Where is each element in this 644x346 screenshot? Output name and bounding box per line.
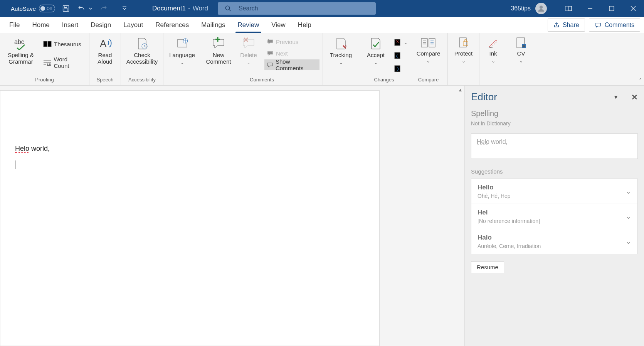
read-aloud-icon: A xyxy=(98,37,113,50)
tab-view[interactable]: View xyxy=(265,17,292,33)
compare-button[interactable]: Compare xyxy=(414,35,443,65)
check-accessibility-button[interactable]: CheckAccessibility xyxy=(124,35,160,67)
scroll-up-icon[interactable]: ▲ xyxy=(458,87,463,346)
show-comments-button[interactable]: Show Comments xyxy=(264,59,319,70)
editor-pane-close-icon[interactable]: ✕ xyxy=(631,93,638,102)
group-label-changes: Changes xyxy=(359,77,409,85)
language-button[interactable]: Language xyxy=(167,35,197,67)
autosave-switch[interactable]: Off xyxy=(39,5,55,12)
tab-mailings[interactable]: Mailings xyxy=(195,17,231,33)
document-page[interactable]: Helo world, xyxy=(0,90,380,346)
svg-rect-20 xyxy=(429,39,435,47)
search-box[interactable]: Search xyxy=(218,2,376,15)
compare-icon xyxy=(420,37,436,49)
tab-home[interactable]: Home xyxy=(26,17,55,33)
resume-button[interactable]: Resume xyxy=(471,261,504,273)
svg-point-4 xyxy=(540,6,543,9)
svg-rect-10 xyxy=(48,41,51,47)
next-icon xyxy=(267,51,274,56)
ink-icon xyxy=(488,37,499,49)
delete-comment-icon xyxy=(241,37,256,50)
previous-comment-button: Previous xyxy=(264,36,319,47)
qat-customize-icon[interactable] xyxy=(120,4,129,13)
group-label-comments: Comments xyxy=(201,77,323,85)
next-comment-button: Next xyxy=(264,48,319,59)
share-button[interactable]: Share xyxy=(548,19,585,32)
editor-pane-options-icon[interactable]: ▾ xyxy=(614,93,617,101)
language-icon xyxy=(175,37,189,50)
cv-button[interactable]: in CV xyxy=(508,35,535,65)
editor-pane-title: Editor xyxy=(471,91,497,103)
accept-button[interactable]: Accept xyxy=(362,35,389,67)
tab-file[interactable]: File xyxy=(0,17,26,33)
autosave-toggle[interactable]: AutoSave Off xyxy=(11,5,55,12)
thesaurus-icon xyxy=(43,41,52,47)
tracking-button[interactable]: Tracking xyxy=(328,35,355,67)
chevron-down-icon[interactable]: ⌄ xyxy=(626,212,631,221)
svg-rect-19 xyxy=(421,39,427,47)
account-avatar-icon[interactable] xyxy=(535,3,547,14)
next-change-button[interactable] xyxy=(392,63,410,74)
next-change-icon xyxy=(394,65,402,73)
group-label-compare: Compare xyxy=(409,77,447,85)
svg-rect-22 xyxy=(463,42,468,46)
delete-comment-button: Delete xyxy=(235,35,262,67)
search-placeholder: Search xyxy=(239,5,258,12)
suggestion-item[interactable]: Hel [No reference information] ⌄ xyxy=(471,204,638,229)
chevron-down-icon[interactable]: ⌄ xyxy=(626,237,631,246)
svg-point-3 xyxy=(225,6,230,10)
spelling-icon: abc xyxy=(13,37,29,50)
thesaurus-button[interactable]: Thesaurus xyxy=(41,39,86,49)
word-count-button[interactable]: 123 Word Count xyxy=(41,57,86,68)
protect-button[interactable]: Protect xyxy=(450,35,477,65)
group-label-accessibility: Accessibility xyxy=(121,77,163,85)
tab-layout[interactable]: Layout xyxy=(117,17,149,33)
svg-rect-2 xyxy=(64,9,68,12)
new-comment-button[interactable]: NewComment xyxy=(204,35,233,67)
reject-button[interactable]: ⌄ xyxy=(392,37,410,48)
group-label-proofing: Proofing xyxy=(0,77,89,85)
document-area[interactable]: Helo world, xyxy=(0,86,456,346)
svg-rect-1 xyxy=(64,6,67,8)
misspelled-word[interactable]: Helo xyxy=(15,145,29,153)
undo-dropdown-icon[interactable] xyxy=(88,4,93,13)
tab-review[interactable]: Review xyxy=(232,17,266,33)
suggestion-item[interactable]: Hello Ohé, Hé, Hep ⌄ xyxy=(471,179,638,204)
maximize-button[interactable] xyxy=(601,0,622,17)
suggestion-item[interactable]: Halo Auréole, Cerne, Irradiation ⌄ xyxy=(471,229,638,254)
prev-change-icon xyxy=(394,52,402,59)
redo-icon xyxy=(99,4,108,13)
title-bar: AutoSave Off Document1 - Word Search xyxy=(0,0,644,17)
tab-references[interactable]: References xyxy=(149,17,195,33)
previous-change-button[interactable] xyxy=(392,50,410,61)
svg-text:A: A xyxy=(100,38,107,49)
chevron-down-icon[interactable]: ⌄ xyxy=(626,187,631,196)
svg-text:123: 123 xyxy=(47,63,52,66)
tab-help[interactable]: Help xyxy=(292,17,318,33)
spelling-grammar-button[interactable]: abc Spelling &Grammar xyxy=(3,35,39,67)
undo-icon[interactable] xyxy=(77,4,86,13)
svg-rect-5 xyxy=(565,6,572,11)
previous-icon xyxy=(267,39,274,44)
save-icon[interactable] xyxy=(61,4,71,13)
suggestions-list: Hello Ohé, Hé, Hep ⌄ Hel [No reference i… xyxy=(471,179,638,254)
accept-icon xyxy=(369,37,382,50)
close-button[interactable] xyxy=(622,0,644,17)
tab-insert[interactable]: Insert xyxy=(56,17,85,33)
document-line-1: Helo world, xyxy=(15,145,379,153)
collapse-ribbon-icon[interactable]: ˄ xyxy=(639,78,642,84)
svg-rect-7 xyxy=(609,6,614,11)
editor-pane: Editor ▾ ✕ Spelling Not in Dictionary He… xyxy=(464,86,644,346)
tab-design[interactable]: Design xyxy=(84,17,117,33)
ink-button[interactable]: Ink xyxy=(480,35,507,65)
vertical-scrollbar[interactable]: ▲ xyxy=(456,86,464,346)
reject-icon xyxy=(394,39,402,46)
editor-context-box: Helo world, xyxy=(471,133,638,159)
group-label-speech: Speech xyxy=(89,77,121,85)
ribbon-display-options-icon[interactable] xyxy=(558,0,579,17)
minimize-button[interactable] xyxy=(579,0,601,17)
account-name[interactable]: 365tips xyxy=(511,5,531,12)
accessibility-icon xyxy=(135,37,149,50)
comments-button[interactable]: Comments xyxy=(589,19,640,32)
read-aloud-button[interactable]: A ReadAloud xyxy=(92,35,119,67)
